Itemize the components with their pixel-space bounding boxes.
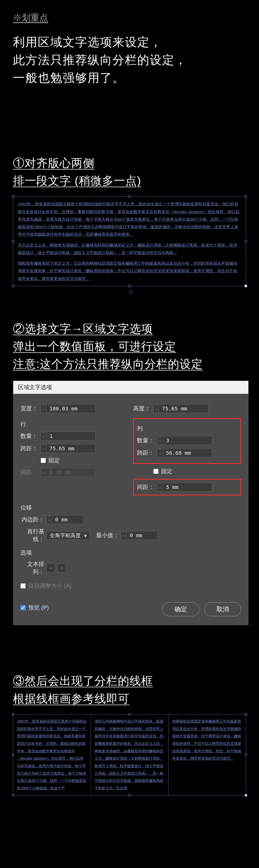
- resize-handle[interactable]: [128, 794, 131, 797]
- autosize-checkbox[interactable]: 自动调整大小 (A): [21, 582, 71, 590]
- resize-handle[interactable]: [12, 713, 14, 716]
- resize-handle[interactable]: [128, 285, 131, 287]
- resize-handle[interactable]: [245, 195, 247, 198]
- baseline-select[interactable]: 全角字框高度: [46, 531, 89, 540]
- row-count-input[interactable]: [46, 432, 96, 440]
- spin-down-icon[interactable]: ˅: [158, 453, 163, 457]
- spin-up-icon[interactable]: ˄: [158, 449, 163, 453]
- spin-down-icon[interactable]: ˅: [121, 536, 126, 540]
- column-text: 谨的几何网格网络中设计字体的形状，版面的编排，试验传达功能的效能，这是世界上最早…: [91, 715, 168, 795]
- resize-handle[interactable]: [245, 713, 247, 716]
- row-span-input[interactable]: [46, 444, 96, 453]
- height-stepper[interactable]: ˄˅: [153, 404, 208, 413]
- row-count-stepper[interactable]: ˄˅: [41, 432, 96, 440]
- preview-label: 预览 (P): [28, 604, 49, 612]
- spin-up-icon[interactable]: ˄: [121, 531, 126, 536]
- step3-heading: ③然后会出现了分栏的线框 根据线框画参考线即可: [13, 672, 246, 707]
- resize-handle[interactable]: [12, 285, 14, 287]
- sample-paragraph: 无论从定义上说，网格更为准确些。从栅格百科我到栅格的定义为：栅格设计系统（又称网…: [18, 241, 241, 257]
- resize-handle[interactable]: [12, 794, 14, 797]
- spin-up-icon[interactable]: ˄: [154, 404, 159, 409]
- dialog-title: 区域文字选项: [13, 381, 248, 394]
- inset-stepper[interactable]: ˄˅: [46, 515, 83, 524]
- col-gap-stepper[interactable]: ˄˅: [157, 483, 212, 492]
- ok-button[interactable]: 确定: [162, 602, 199, 616]
- height-input[interactable]: [159, 404, 208, 413]
- column-text: 的网格给划宽固定值和栅格两三中的版面布局以及信息分布，所谓的系统就从平面编排系统…: [168, 715, 246, 795]
- row-gap-stepper: ˄˅: [41, 468, 96, 477]
- text-flow-vertical-icon[interactable]: ↕: [57, 564, 66, 572]
- checkbox-icon[interactable]: [21, 605, 26, 610]
- spin-up-icon[interactable]: ˄: [46, 516, 52, 520]
- three-column-text-frame[interactable]: 1692年，新登基的法国国王路易十四感到法国的印刷水平不尽人意，因此命令成立一个…: [13, 714, 246, 796]
- col-span-input[interactable]: [163, 448, 212, 457]
- min-input[interactable]: [127, 531, 158, 540]
- height-label: 高度：: [133, 405, 153, 412]
- text-flow-horizontal-icon[interactable]: ↔ㅤ: [46, 564, 55, 572]
- checkbox-icon[interactable]: [41, 458, 46, 463]
- inset-input[interactable]: [52, 515, 83, 524]
- sample-paragraph: 1692年，新登基的法国国王路易十四感到法国的印刷水平不尽人意，因此命令成立一个…: [18, 200, 241, 238]
- spin-up-icon[interactable]: ˄: [41, 432, 46, 436]
- min-stepper[interactable]: ˄˅: [121, 531, 158, 540]
- spin-down-icon[interactable]: ˅: [158, 441, 163, 445]
- resize-handle[interactable]: [245, 240, 247, 243]
- cancel-button[interactable]: 取消: [204, 602, 241, 616]
- col-count-stepper[interactable]: ˄˅: [157, 436, 212, 445]
- resize-handle[interactable]: [128, 713, 131, 716]
- resize-handle[interactable]: [128, 195, 131, 198]
- col-fixed-checkbox[interactable]: 固定: [153, 467, 172, 475]
- width-input[interactable]: [46, 404, 96, 413]
- spin-up-icon[interactable]: ˄: [158, 436, 163, 441]
- width-label: 宽度：: [21, 405, 41, 412]
- spin-up-icon[interactable]: ˄: [41, 444, 46, 449]
- sample-text-frame[interactable]: 1692年，新登基的法国国王路易十四感到法国的印刷水平不尽人意，因此命令成立一个…: [13, 196, 246, 286]
- column-text: 1692年，新登基的法国国王路易十四感到法国的印刷水平不尽人意，因此命令成立一个…: [13, 715, 91, 795]
- col-count-label: 数量：: [137, 437, 157, 444]
- intro-text: 利用区域文字选项来设定， 此方法只推荐纵向分栏的设定， 一般也勉强够用了。: [13, 33, 246, 87]
- step2-heading: ②选择文字→区域文字选项 弹出一个数值面板，可进行设定 注意:这个方法只推荐纵向…: [13, 320, 246, 373]
- spin-down-icon[interactable]: ˅: [41, 449, 46, 453]
- sample-paragraph: 我检阅有栅格系统下的定义为：它运用的网格给划宽固定值和栅格两三中的版面布局以及信…: [18, 259, 241, 282]
- row-span-label: 跨距：: [21, 445, 41, 453]
- resize-handle[interactable]: [12, 195, 14, 198]
- spin-down-icon: ˅: [41, 473, 46, 477]
- area-type-options-dialog: 区域文字选项 宽度： ˄˅ 高度： ˄˅: [13, 381, 249, 625]
- spin-down-icon[interactable]: ˅: [154, 409, 159, 413]
- baseline-label: 首行基线：: [21, 528, 46, 543]
- preview-checkbox[interactable]: 预览 (P): [21, 604, 49, 612]
- column-settings-highlight: 列 数量： ˄˅ 跨距： ˄˅: [133, 418, 241, 464]
- row-gap-input: [46, 468, 96, 477]
- resize-handle[interactable]: [245, 285, 247, 287]
- spin-up-icon[interactable]: ˄: [41, 404, 46, 409]
- row-count-label: 数量：: [21, 432, 41, 440]
- resize-handle[interactable]: [245, 754, 247, 756]
- options-section-label: 选项: [21, 549, 241, 557]
- resize-handle[interactable]: [245, 794, 247, 797]
- offset-section-label: 位移: [21, 504, 241, 512]
- checkbox-icon[interactable]: [21, 583, 26, 589]
- width-stepper[interactable]: ˄˅: [41, 404, 96, 413]
- resize-handle[interactable]: [12, 240, 14, 243]
- row-fixed-checkbox[interactable]: 固定: [41, 457, 60, 464]
- checkbox-icon[interactable]: [153, 469, 159, 474]
- col-count-input[interactable]: [163, 436, 212, 445]
- spin-down-icon[interactable]: ˅: [46, 520, 52, 524]
- anchor-icon: ◇: [129, 288, 133, 295]
- spin-down-icon[interactable]: ˅: [41, 409, 46, 413]
- col-span-stepper[interactable]: ˄˅: [157, 448, 212, 457]
- key-point-heading: ※划重点: [13, 12, 246, 24]
- spin-up-icon[interactable]: ˄: [158, 483, 163, 487]
- step1-heading: ①对齐版心两侧 排一段文字 (稍微多一点): [13, 154, 246, 189]
- spin-down-icon[interactable]: ˅: [158, 487, 163, 492]
- flow-label: 文本排列：: [21, 560, 46, 576]
- col-section-label: 列: [137, 425, 237, 432]
- min-label: 最小值：: [95, 531, 121, 539]
- spin-down-icon[interactable]: ˅: [41, 436, 46, 440]
- fixed-label: 固定: [161, 467, 172, 475]
- column-gap-highlight: 间距： ˄˅: [133, 479, 241, 495]
- inset-label: 内边距：: [21, 516, 46, 523]
- col-gap-input[interactable]: [163, 483, 212, 492]
- row-span-stepper[interactable]: ˄˅: [41, 444, 96, 453]
- resize-handle[interactable]: [12, 754, 14, 756]
